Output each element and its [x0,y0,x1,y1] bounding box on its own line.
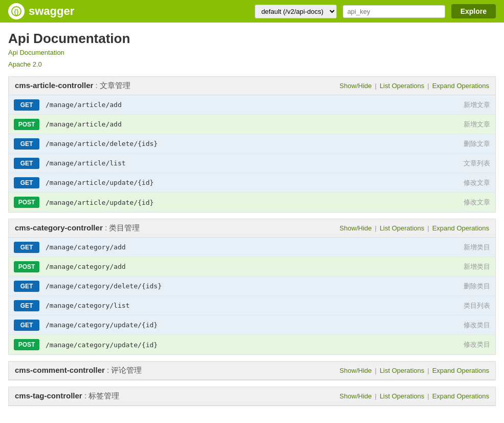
sep2-cms-comment-controller: | [427,367,429,374]
method-badge: GET [14,320,39,331]
api-path: /manage/article/list [46,159,449,167]
controller-title-cms-category-controller: cms-category-controller : 类目管理 [15,223,340,233]
logo-text: swagger [29,5,74,18]
api-desc: 新增文章 [449,100,490,110]
api-row[interactable]: GET/manage/article/list文章列表 [9,154,495,173]
api-row[interactable]: POST/manage/category/add新增类目 [9,257,495,277]
api-desc: 修改文章 [449,178,490,187]
api-path: /manage/category/add [46,243,449,251]
api-desc: 新增类目 [449,262,490,271]
method-badge: GET [14,99,39,111]
list-ops-link-cms-category-controller[interactable]: List Operations [380,224,424,232]
api-desc: 删除文章 [449,139,490,149]
sep2-cms-tag-controller: | [427,392,429,400]
api-desc: 修改类目 [449,340,490,349]
controller-section-cms-comment-controller: cms-comment-controller : 评论管理Show/Hide|L… [8,361,496,380]
sep1-cms-category-controller: | [375,224,376,232]
controller-actions-cms-article-controller: Show/Hide|List Operations|Expand Operati… [340,82,489,90]
api-row[interactable]: POST/manage/article/update/{id}修改文章 [9,193,495,212]
method-badge: GET [14,138,39,150]
api-row[interactable]: GET/manage/article/update/{id}修改文章 [9,173,495,193]
show-hide-link-cms-article-controller[interactable]: Show/Hide [340,82,372,90]
method-badge: POST [14,339,39,350]
controller-actions-cms-comment-controller: Show/Hide|List Operations|Expand Operati… [340,367,489,374]
api-desc: 修改文章 [449,198,490,207]
controller-title-cms-tag-controller: cms-tag-controller : 标签管理 [15,391,340,401]
api-row[interactable]: GET/manage/article/delete/{ids}删除文章 [9,134,495,154]
show-hide-link-cms-comment-controller[interactable]: Show/Hide [340,367,372,374]
api-desc: 新增类目 [449,243,490,252]
method-badge: GET [14,300,39,311]
api-row[interactable]: GET/manage/article/add新增文章 [9,95,495,115]
show-hide-link-cms-category-controller[interactable]: Show/Hide [340,224,372,232]
apikey-input[interactable] [343,5,445,18]
controllers-container: cms-article-controller : 文章管理Show/Hide|L… [8,76,496,406]
api-path: /manage/category/update/{id} [46,321,449,329]
controller-actions-cms-tag-controller: Show/Hide|List Operations|Expand Operati… [340,392,489,400]
api-path: /manage/article/update/{id} [46,199,449,206]
list-ops-link-cms-tag-controller[interactable]: List Operations [380,392,424,400]
api-path: /manage/category/update/{id} [46,341,449,349]
license-link[interactable]: Apache 2.0 [8,60,496,68]
logo: {} swagger [8,3,74,19]
controller-header-cms-tag-controller: cms-tag-controller : 标签管理Show/Hide|List … [9,387,495,406]
api-path: /manage/article/delete/{ids} [46,140,449,147]
api-path: /manage/category/list [46,302,449,309]
list-ops-link-cms-comment-controller[interactable]: List Operations [380,367,424,374]
api-path: /manage/category/add [46,263,449,270]
controller-section-cms-tag-controller: cms-tag-controller : 标签管理Show/Hide|List … [8,387,496,406]
logo-icon: {} [8,3,25,19]
method-badge: GET [14,281,39,292]
api-path: /manage/article/add [46,120,449,128]
sep2-cms-category-controller: | [427,224,429,232]
page-subtitle-link[interactable]: Api Documentation [8,49,496,56]
controller-header-cms-comment-controller: cms-comment-controller : 评论管理Show/Hide|L… [9,362,495,380]
api-docs-select[interactable]: default (/v2/api-docs) [255,5,337,18]
method-badge: GET [14,177,39,188]
method-badge: GET [14,242,39,253]
sep1-cms-tag-controller: | [375,392,376,400]
api-desc: 删除类目 [449,282,490,291]
api-row[interactable]: GET/manage/category/delete/{ids}删除类目 [9,277,495,296]
api-row[interactable]: GET/manage/category/update/{id}修改类目 [9,315,495,335]
sep1-cms-comment-controller: | [375,367,376,374]
api-row[interactable]: POST/manage/category/update/{id}修改类目 [9,335,495,354]
api-row[interactable]: GET/manage/category/add新增类目 [9,238,495,257]
main-content: Api Documentation Api Documentation Apac… [0,23,504,414]
routes-cms-article-controller: GET/manage/article/add新增文章POST/manage/ar… [9,95,495,212]
api-row[interactable]: GET/manage/category/list类目列表 [9,296,495,315]
header: {} swagger default (/v2/api-docs) Explor… [0,0,504,23]
api-desc: 文章列表 [449,159,490,168]
controller-actions-cms-category-controller: Show/Hide|List Operations|Expand Operati… [340,224,489,232]
show-hide-link-cms-tag-controller[interactable]: Show/Hide [340,392,372,400]
expand-ops-link-cms-comment-controller[interactable]: Expand Operations [432,367,489,374]
api-desc: 类目列表 [449,301,490,310]
method-badge: POST [14,261,39,272]
controller-title-cms-comment-controller: cms-comment-controller : 评论管理 [15,366,340,375]
controller-header-cms-article-controller: cms-article-controller : 文章管理Show/Hide|L… [9,77,495,95]
page-title: Api Documentation [8,31,496,47]
api-path: /manage/category/delete/{ids} [46,282,449,290]
controller-section-cms-article-controller: cms-article-controller : 文章管理Show/Hide|L… [8,76,496,213]
svg-text:{}: {} [14,8,19,15]
api-desc: 新增文章 [449,120,490,129]
method-badge: GET [14,158,39,169]
method-badge: POST [14,197,39,208]
method-badge: POST [14,119,39,130]
controller-title-cms-article-controller: cms-article-controller : 文章管理 [15,81,340,91]
api-path: /manage/article/add [46,101,449,109]
sep2-cms-article-controller: | [427,82,429,90]
expand-ops-link-cms-tag-controller[interactable]: Expand Operations [432,392,489,400]
expand-ops-link-cms-article-controller[interactable]: Expand Operations [432,82,489,90]
routes-cms-category-controller: GET/manage/category/add新增类目POST/manage/c… [9,238,495,354]
controller-header-cms-category-controller: cms-category-controller : 类目管理Show/Hide|… [9,219,495,238]
api-path: /manage/article/update/{id} [46,179,449,186]
api-desc: 修改类目 [449,321,490,330]
expand-ops-link-cms-category-controller[interactable]: Expand Operations [432,224,489,232]
explore-button[interactable]: Explore [451,4,496,18]
controller-section-cms-category-controller: cms-category-controller : 类目管理Show/Hide|… [8,219,496,355]
api-row[interactable]: POST/manage/article/add新增文章 [9,115,495,134]
sep1-cms-article-controller: | [375,82,376,90]
list-ops-link-cms-article-controller[interactable]: List Operations [380,82,424,90]
